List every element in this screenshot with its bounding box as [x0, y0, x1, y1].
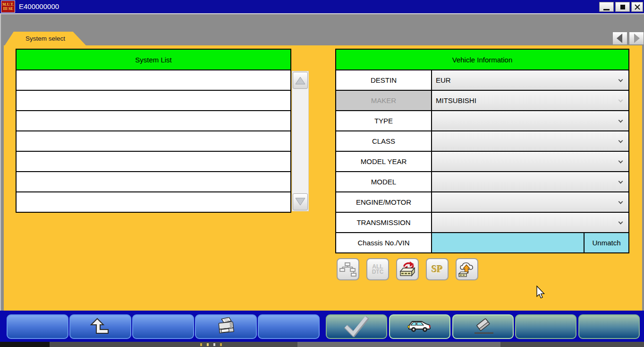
vehicle-info-row: Chassis No./VIN Unmatch [336, 233, 628, 252]
type-dropdown[interactable] [432, 111, 628, 130]
minimize-button[interactable] [599, 2, 614, 12]
eraser-icon [470, 318, 496, 335]
model-label: MODEL [336, 172, 432, 191]
mut3-logo: M.U.T. III SE [1, 0, 15, 13]
bottom-toolbar [0, 311, 644, 342]
arrow-right-icon [630, 32, 643, 45]
model-year-label: MODEL YEAR [336, 152, 432, 171]
blank-button-3[interactable] [258, 314, 320, 339]
car-icon [407, 319, 432, 334]
vehicle-info-row: TRANSMISSION [336, 213, 628, 233]
all-dtc-icon: ALL DTC [372, 264, 384, 275]
chassis-vin-field[interactable] [432, 233, 584, 252]
vci-reconnect-button[interactable] [396, 258, 419, 280]
transmission-label: TRANSMISSION [336, 213, 432, 232]
vehicle-button[interactable] [389, 314, 450, 339]
scroll-up-button[interactable] [293, 72, 308, 89]
triangle-down-icon [295, 197, 306, 207]
maker-label: MAKER [336, 91, 432, 110]
close-icon [634, 4, 641, 10]
class-dropdown[interactable] [432, 131, 628, 151]
system-list-row[interactable] [17, 131, 290, 152]
taskbar-icon [213, 343, 215, 346]
chevron-down-icon [619, 138, 623, 143]
maker-dropdown[interactable]: MITSUBISHI [432, 91, 628, 110]
unmatch-button[interactable]: Unmatch [584, 233, 628, 252]
title-bar: M.U.T. III SE E400000000 [0, 0, 644, 13]
maximize-icon [620, 5, 625, 9]
close-button[interactable] [631, 2, 643, 12]
destin-value: EUR [436, 76, 451, 84]
model-year-dropdown[interactable] [432, 152, 628, 171]
vehicle-info-header: Vehicle Information [336, 50, 628, 70]
chevron-down-icon [619, 179, 623, 183]
engine-motor-dropdown[interactable] [432, 192, 628, 212]
taskbar-icon [207, 343, 209, 346]
system-tree-button[interactable] [337, 258, 359, 280]
system-list-panel: System List [16, 49, 291, 213]
blank-button-2[interactable] [132, 314, 194, 339]
taskbar-segment [0, 342, 50, 347]
system-list-row[interactable] [17, 192, 290, 212]
erase-button[interactable] [452, 314, 514, 339]
tab-scroll-left-button[interactable] [612, 32, 627, 45]
data-upload-button[interactable] [456, 258, 478, 280]
minimize-icon [603, 9, 610, 10]
data-upload-icon [458, 261, 476, 278]
back-button[interactable] [69, 314, 131, 339]
back-arrow-icon [90, 318, 111, 336]
class-label: CLASS [336, 131, 432, 151]
transmission-dropdown[interactable] [432, 213, 628, 232]
chevron-down-icon [619, 199, 623, 204]
special-function-icon: SP [432, 264, 442, 275]
vehicle-info-row: ENGINE/MOTOR [336, 192, 628, 213]
engine-motor-label: ENGINE/MOTOR [336, 192, 432, 212]
scroll-down-button[interactable] [293, 193, 308, 210]
taskbar-segment [297, 342, 500, 347]
mouse-cursor [536, 286, 546, 300]
system-list-scrollbar[interactable] [292, 71, 309, 211]
system-tree-icon [339, 262, 356, 277]
tab-scroll-right-button[interactable] [629, 32, 644, 45]
printer-icon [215, 317, 237, 336]
taskbar-icon [220, 343, 222, 346]
system-list-row[interactable] [17, 172, 290, 192]
vehicle-info-row: TYPE [336, 111, 628, 131]
vehicle-info-row: MODEL [336, 172, 628, 192]
system-list-row[interactable] [17, 111, 290, 131]
ok-button[interactable] [326, 314, 387, 339]
vehicle-info-panel: Vehicle Information DESTIN EUR MAKER MIT… [335, 49, 629, 253]
arrow-left-icon [613, 32, 627, 45]
logo-line-2: III SE [3, 7, 13, 11]
taskbar-icon [200, 343, 202, 346]
system-list-header: System List [17, 50, 290, 70]
checkmark-icon [343, 316, 370, 337]
tab-system-select[interactable]: System select [5, 32, 86, 45]
chevron-down-icon [619, 97, 623, 102]
print-button[interactable] [195, 314, 257, 339]
blank-button-4[interactable] [515, 314, 576, 339]
system-list-row[interactable] [17, 152, 290, 172]
logo-line-1: M.U.T. [2, 2, 14, 7]
maker-value: MITSUBISHI [436, 96, 476, 104]
system-list-row[interactable] [17, 70, 290, 91]
vehicle-info-row: MAKER MITSUBISHI [336, 91, 628, 111]
blank-button-1[interactable] [7, 314, 68, 339]
window-title: E400000000 [19, 0, 59, 13]
destin-label: DESTIN [336, 70, 432, 90]
maximize-button[interactable] [615, 2, 630, 12]
mut3-application-window: M.U.T. III SE E400000000 System select [0, 0, 644, 347]
destin-dropdown[interactable]: EUR [432, 70, 628, 90]
vehicle-info-row: MODEL YEAR [336, 152, 628, 172]
chassis-vin-label: Chassis No./VIN [336, 233, 432, 252]
special-function-button[interactable]: SP [426, 258, 449, 280]
all-dtc-button[interactable]: ALL DTC [366, 258, 389, 280]
blank-button-5[interactable] [578, 314, 640, 339]
system-list-row[interactable] [17, 91, 290, 111]
type-label: TYPE [336, 111, 432, 130]
vehicle-info-row: DESTIN EUR [336, 70, 628, 91]
chevron-down-icon [619, 77, 623, 82]
taskbar-sliver [0, 342, 644, 347]
model-dropdown[interactable] [432, 172, 628, 191]
vehicle-info-row: CLASS [336, 131, 628, 152]
